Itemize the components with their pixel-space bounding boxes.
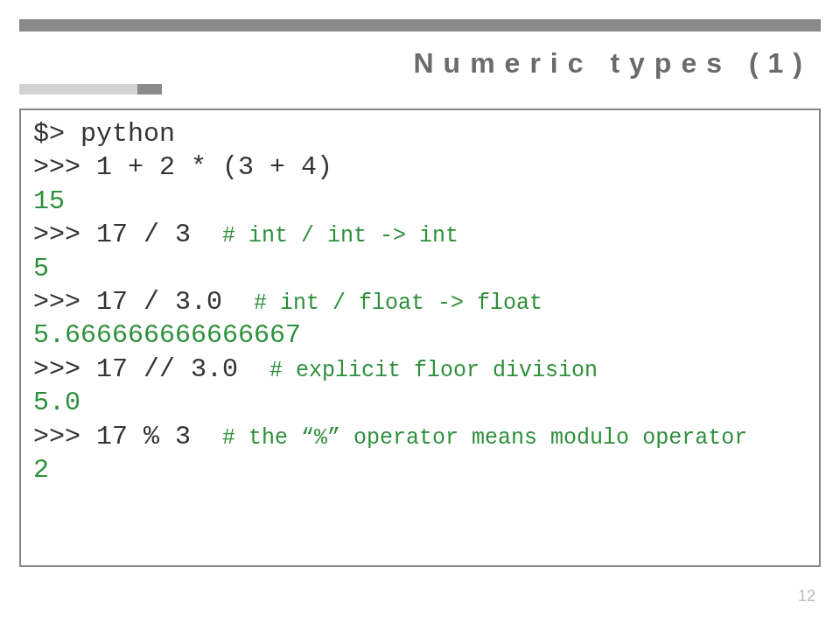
code-comment: # int / int -> int <box>222 223 458 248</box>
shell-prompt: $> python <box>33 119 175 149</box>
repl-output: 15 <box>33 186 65 216</box>
code-line: 5.0 <box>33 386 807 419</box>
top-accent-bar <box>19 19 821 32</box>
repl-input: >>> 1 + 2 * (3 + 4) <box>33 152 332 182</box>
repl-input: >>> 17 // 3.0 <box>33 354 270 384</box>
code-line: >>> 17 // 3.0 # explicit floor division <box>33 353 807 386</box>
code-line: >>> 17 % 3 # the “%” operator means modu… <box>33 420 807 453</box>
code-line: 2 <box>33 453 807 486</box>
slide-title: Numeric types (1) <box>413 47 812 80</box>
code-comment: # the “%” operator means modulo operator <box>222 425 747 451</box>
code-line: 15 <box>33 185 807 218</box>
code-line: $> python <box>33 117 807 150</box>
code-line: 5.666666666666667 <box>33 318 807 352</box>
code-line: >>> 17 / 3 # int / int -> int <box>33 218 807 251</box>
code-comment: # int / float -> float <box>254 290 542 316</box>
subheading-bar-dark <box>137 84 162 94</box>
repl-output: 5.0 <box>33 388 80 417</box>
code-line: >>> 17 / 3.0 # int / float -> float <box>33 285 807 318</box>
repl-input: >>> 17 / 3 <box>33 220 222 249</box>
code-comment: # explicit floor division <box>270 358 598 383</box>
code-line: 5 <box>33 252 807 285</box>
page-number: 12 <box>798 587 816 606</box>
repl-output: 2 <box>33 455 49 485</box>
repl-input: >>> 17 % 3 <box>33 422 222 452</box>
repl-output: 5.666666666666667 <box>33 320 301 350</box>
subheading-bar-light <box>19 84 137 94</box>
code-example-box: $> python >>> 1 + 2 * (3 + 4) 15 >>> 17 … <box>19 108 821 567</box>
code-line: >>> 1 + 2 * (3 + 4) <box>33 150 807 184</box>
repl-input: >>> 17 / 3.0 <box>33 287 254 317</box>
repl-output: 5 <box>33 254 49 284</box>
